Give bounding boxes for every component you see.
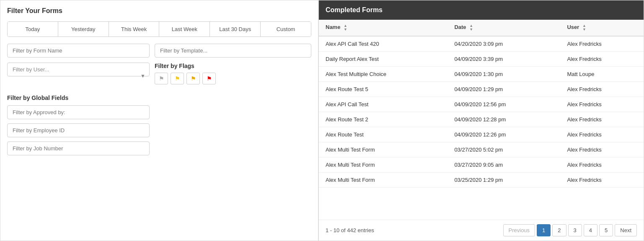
- pagination-controls: Previous 1 2 3 4 5 Next: [503, 224, 637, 236]
- entries-info: 1 - 10 of 442 entries: [326, 227, 374, 233]
- table-row[interactable]: Alex API Call Test 420 04/20/2020 3:09 p…: [319, 36, 644, 52]
- table-row[interactable]: Alex API Call Test 04/09/2020 12:56 pm A…: [319, 97, 644, 112]
- user-filter-row: Filter by User... ▼ Filter by Flags ⚑ ⚑ …: [7, 63, 311, 89]
- cell-date: 04/09/2020 12:56 pm: [447, 97, 560, 112]
- cell-name: Alex API Call Test: [319, 97, 447, 112]
- table-row[interactable]: Alex Test Multiple Choice 04/09/2020 1:3…: [319, 67, 644, 82]
- form-name-input[interactable]: [7, 44, 150, 58]
- page-btn-1[interactable]: 1: [537, 224, 551, 236]
- page-btn-5[interactable]: 5: [599, 224, 613, 236]
- cell-name: Alex Multi Test Form: [319, 173, 447, 188]
- cell-name: Alex Multi Test Form: [319, 142, 447, 157]
- previous-button[interactable]: Previous: [503, 224, 535, 236]
- table-row[interactable]: Alex Multi Test Form 03/27/2020 9:05 am …: [319, 157, 644, 173]
- page-btn-3[interactable]: 3: [568, 224, 582, 236]
- page-btn-2[interactable]: 2: [552, 224, 566, 236]
- template-input[interactable]: [155, 44, 311, 58]
- flags-section: Filter by Flags ⚑ ⚑ ⚑ ⚑: [155, 63, 311, 84]
- filter-panel: Filter Your Forms Today Yesterday This W…: [0, 0, 318, 241]
- completed-forms-title: Completed Forms: [319, 0, 644, 20]
- cell-name: Alex Route Test: [319, 127, 447, 142]
- pagination-row: 1 - 10 of 442 entries Previous 1 2 3 4 5…: [319, 220, 644, 241]
- cell-user: Alex Fredricks: [560, 97, 644, 112]
- cell-date: 04/09/2020 12:26 pm: [447, 127, 560, 142]
- table-row[interactable]: Alex Multi Test Form 03/27/2020 5:02 pm …: [319, 142, 644, 157]
- sort-date-icon: ▲▼: [469, 24, 473, 31]
- cell-user: Matt Loupe: [560, 67, 644, 82]
- completed-forms-panel: Completed Forms Name ▲▼ Date ▲▼ User ▲▼: [318, 0, 644, 241]
- cell-user: Alex Fredricks: [560, 157, 644, 173]
- sort-name-icon: ▲▼: [344, 24, 347, 31]
- sort-user-icon: ▲▼: [582, 24, 586, 31]
- cell-date: 03/27/2020 5:02 pm: [447, 142, 560, 157]
- cell-user: Alex Fredricks: [560, 82, 644, 97]
- user-select-wrapper: Filter by User... ▼: [7, 63, 150, 89]
- cell-date: 04/20/2020 3:09 pm: [447, 36, 560, 52]
- flag-btn-yellow[interactable]: ⚑: [171, 73, 184, 84]
- cell-date: 04/09/2020 3:39 pm: [447, 52, 560, 67]
- forms-table: Name ▲▼ Date ▲▼ User ▲▼ Alex API Call Te…: [319, 20, 644, 188]
- user-filter-select[interactable]: Filter by User...: [7, 63, 150, 76]
- cell-date: 04/09/2020 1:30 pm: [447, 67, 560, 82]
- cell-name: Daily Report Alex Test: [319, 52, 447, 67]
- next-button[interactable]: Next: [615, 224, 637, 236]
- table-row[interactable]: Alex Route Test 04/09/2020 12:26 pm Alex…: [319, 127, 644, 142]
- page-btn-4[interactable]: 4: [584, 224, 597, 236]
- forms-table-wrapper: Name ▲▼ Date ▲▼ User ▲▼ Alex API Call Te…: [319, 20, 644, 220]
- date-btn-last-30-days[interactable]: Last 30 Days: [210, 22, 261, 37]
- date-btn-last-week[interactable]: Last Week: [159, 22, 210, 37]
- table-header-row: Name ▲▼ Date ▲▼ User ▲▼: [319, 20, 644, 36]
- date-btn-today[interactable]: Today: [8, 22, 58, 37]
- flag-btn-red[interactable]: ⚑: [202, 73, 216, 84]
- cell-user: Alex Fredricks: [560, 52, 644, 67]
- cell-user: Alex Fredricks: [560, 173, 644, 188]
- date-btn-custom[interactable]: Custom: [261, 22, 311, 37]
- employee-id-input[interactable]: [7, 123, 150, 137]
- cell-user: Alex Fredricks: [560, 112, 644, 127]
- flags-label: Filter by Flags: [155, 63, 311, 69]
- cell-date: 04/09/2020 12:28 pm: [447, 112, 560, 127]
- cell-date: 03/25/2020 1:29 pm: [447, 173, 560, 188]
- flags-row: ⚑ ⚑ ⚑ ⚑: [155, 73, 311, 84]
- filter-panel-title: Filter Your Forms: [7, 7, 311, 15]
- col-header-name[interactable]: Name ▲▼: [319, 20, 447, 36]
- cell-user: Alex Fredricks: [560, 36, 644, 52]
- cell-name: Alex API Call Test 420: [319, 36, 447, 52]
- cell-name: Alex Test Multiple Choice: [319, 67, 447, 82]
- table-row[interactable]: Alex Route Test 5 04/09/2020 1:29 pm Ale…: [319, 82, 644, 97]
- col-header-date[interactable]: Date ▲▼: [447, 20, 560, 36]
- cell-name: Alex Multi Test Form: [319, 157, 447, 173]
- date-btn-this-week[interactable]: This Week: [109, 22, 160, 37]
- cell-name: Alex Route Test 2: [319, 112, 447, 127]
- cell-date: 03/27/2020 9:05 am: [447, 157, 560, 173]
- cell-user: Alex Fredricks: [560, 127, 644, 142]
- cell-user: Alex Fredricks: [560, 142, 644, 157]
- cell-name: Alex Route Test 5: [319, 82, 447, 97]
- table-row[interactable]: Alex Multi Test Form 03/25/2020 1:29 pm …: [319, 173, 644, 188]
- date-filter-buttons: Today Yesterday This Week Last Week Last…: [7, 21, 311, 37]
- cell-date: 04/09/2020 1:29 pm: [447, 82, 560, 97]
- flag-btn-orange[interactable]: ⚑: [186, 73, 200, 84]
- col-header-user[interactable]: User ▲▼: [560, 20, 644, 36]
- global-fields-title: Filter by Global Fields: [7, 94, 311, 101]
- form-name-template-row: [7, 44, 311, 58]
- table-row[interactable]: Alex Route Test 2 04/09/2020 12:28 pm Al…: [319, 112, 644, 127]
- job-number-input[interactable]: [7, 141, 150, 155]
- forms-tbody: Alex API Call Test 420 04/20/2020 3:09 p…: [319, 36, 644, 188]
- approved-by-input[interactable]: [7, 105, 150, 119]
- date-btn-yesterday[interactable]: Yesterday: [58, 22, 109, 37]
- flag-btn-none[interactable]: ⚑: [155, 73, 168, 84]
- table-row[interactable]: Daily Report Alex Test 04/09/2020 3:39 p…: [319, 52, 644, 67]
